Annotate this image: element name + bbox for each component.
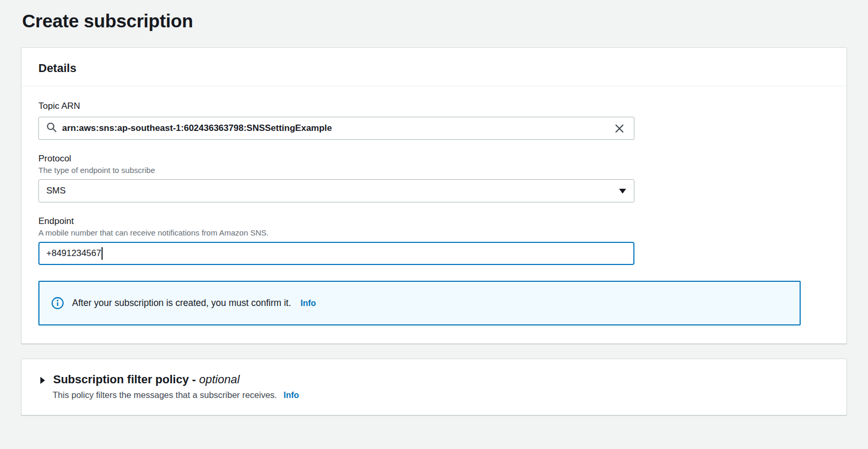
details-card-body: Topic ARN arn:aws:sns:ap-southeast-1:602… <box>22 86 846 343</box>
filter-policy-expand-header[interactable]: Subscription filter policy - optional <box>39 373 830 386</box>
endpoint-input[interactable]: +8491234567 <box>38 242 634 265</box>
endpoint-description: A mobile number that can receive notific… <box>38 228 830 237</box>
protocol-description: The type of endpoint to subscribe <box>38 166 830 175</box>
endpoint-value: +8491234567 <box>46 248 101 259</box>
topic-arn-input[interactable]: arn:aws:sns:ap-southeast-1:602436363798:… <box>38 117 634 140</box>
filter-policy-description: This policy filters the messages that a … <box>53 390 830 400</box>
details-card-title: Details <box>38 62 830 75</box>
protocol-selected-value: SMS <box>46 186 66 196</box>
search-icon <box>46 122 57 135</box>
clear-icon[interactable] <box>612 121 627 136</box>
topic-arn-label: Topic ARN <box>38 101 830 111</box>
topic-arn-field: Topic ARN arn:aws:sns:ap-southeast-1:602… <box>38 101 830 140</box>
filter-policy-description-text: This policy filters the messages that a … <box>53 390 277 400</box>
text-cursor <box>102 247 103 260</box>
protocol-select[interactable]: SMS <box>38 179 634 202</box>
caret-down-icon <box>619 188 627 194</box>
filter-policy-card: Subscription filter policy - optional Th… <box>21 359 847 415</box>
create-subscription-page: Create subscription Details Topic ARN ar… <box>0 0 868 415</box>
protocol-label: Protocol <box>38 154 830 164</box>
filter-policy-title-text: Subscription filter policy - <box>53 373 196 386</box>
alert-message: After your subscription is created, you … <box>72 298 291 309</box>
details-card-header: Details <box>22 48 846 86</box>
filter-policy-title: Subscription filter policy - optional <box>53 373 240 386</box>
filter-policy-optional-text: optional <box>199 373 239 386</box>
confirmation-info-alert: After your subscription is created, you … <box>38 281 801 325</box>
details-card: Details Topic ARN arn:aws:sns:ap-southea… <box>21 47 847 344</box>
page-title: Create subscription <box>22 11 847 32</box>
topic-arn-value: arn:aws:sns:ap-southeast-1:602436363798:… <box>62 123 332 134</box>
endpoint-label: Endpoint <box>38 216 830 227</box>
protocol-field: Protocol The type of endpoint to subscri… <box>38 154 830 202</box>
filter-policy-info-link[interactable]: Info <box>284 391 299 400</box>
caret-right-icon <box>39 376 46 384</box>
endpoint-field: Endpoint A mobile number that can receiv… <box>38 216 830 265</box>
alert-info-link[interactable]: Info <box>300 299 316 308</box>
info-icon <box>51 297 64 310</box>
